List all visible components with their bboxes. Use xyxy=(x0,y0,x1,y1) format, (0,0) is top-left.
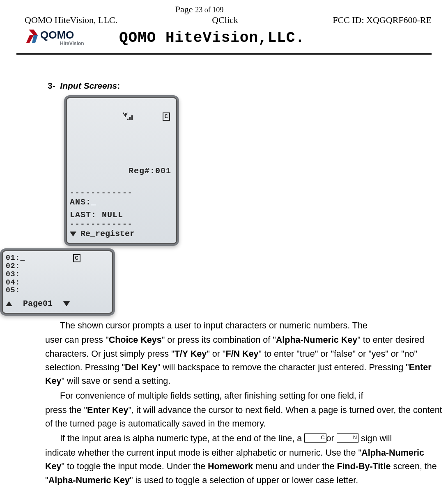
list-item: 02: xyxy=(6,262,109,271)
key-choice-keys: Choice Keys xyxy=(109,335,162,345)
mode-indicator-c-icon: C xyxy=(163,112,170,121)
key-fn: F/N Key xyxy=(226,349,259,359)
key-del: Del Key xyxy=(125,362,157,372)
lcd-reg-text: Reg#:001 xyxy=(129,166,171,176)
svg-text:HiteVision: HiteVision xyxy=(60,41,84,46)
header-row: QOMO HiteVision, LLC. QClick FCC ID: XQG… xyxy=(0,15,448,25)
paragraph-1-cont: user can press "Choice Keys" or press it… xyxy=(45,333,444,388)
key-alpha-numeric: Alpha-Numeric Key xyxy=(48,475,130,485)
paragraph-2-cont: press the "Enter Key", it will advance t… xyxy=(45,404,444,431)
header-product: QClick xyxy=(212,15,238,25)
lcd-divider-1: ------------ xyxy=(70,191,173,195)
signal-icon xyxy=(123,114,133,120)
lcd-list: 01:_ 02: 03: 04: 05: xyxy=(6,254,109,295)
list-item: 03: xyxy=(6,271,109,279)
page-number: Page 23 of 109 xyxy=(0,4,448,15)
up-arrow-icon xyxy=(6,301,12,306)
body-text: The shown cursor prompts a user to input… xyxy=(45,319,444,487)
lcd-reg-line: Reg#:001 xyxy=(70,101,173,190)
paragraph-3: If the input area is alpha numeric type,… xyxy=(45,432,444,445)
qomo-logo-icon: QOMO HiteVision xyxy=(25,26,107,49)
lcd-reregister-label: Re_register xyxy=(80,227,135,240)
lcd-bottom-row: Re_register xyxy=(70,227,173,240)
document-page: Page 23 of 109 QOMO HiteVision, LLC. QCl… xyxy=(0,0,448,500)
page-current: 23 xyxy=(195,6,202,14)
mode-indicator-c-icon: C xyxy=(73,254,80,262)
key-enter: Enter Key xyxy=(87,405,128,415)
menu-homework: Homework xyxy=(208,461,253,471)
svg-text:QOMO: QOMO xyxy=(40,29,74,41)
mode-n-icon: N xyxy=(337,433,358,443)
section-number: 3- xyxy=(48,81,55,90)
down-arrow-icon xyxy=(70,232,76,236)
key-ty: T/Y Key xyxy=(175,349,207,359)
page-total: 109 xyxy=(212,6,223,14)
section-colon: : xyxy=(117,81,120,90)
section-heading: 3- Input Screens: xyxy=(48,79,444,93)
list-item: 05: xyxy=(6,287,109,295)
lcd-ans-line: ANS:_ xyxy=(70,196,173,209)
company-title: QOMO HiteVision,LLC. xyxy=(119,30,305,46)
key-alpha-numeric: Alpha-Numeric Key xyxy=(276,335,357,345)
paragraph-3-cont: indicate whether the current input mode … xyxy=(45,446,444,487)
section-title: Input Screens xyxy=(60,81,117,90)
lcd-page-label: Page01 xyxy=(23,297,53,310)
header-fcc-id: FCC ID: XQGQRF600-RE xyxy=(333,15,432,25)
page-label: Page xyxy=(175,4,195,14)
lcd-screen-list: C 01:_ 02: 03: 04: 05: Page01 xyxy=(0,248,115,316)
content-area: 3- Input Screens: Reg#:001 ------------ … xyxy=(0,55,448,487)
paragraph-1: The shown cursor prompts a user to input… xyxy=(45,319,444,333)
list-item: 01:_ xyxy=(6,254,109,262)
mode-c-icon: C xyxy=(304,433,326,443)
down-arrow-icon xyxy=(63,301,70,306)
lcd-screen-registration: Reg#:001 ------------ ANS:_ C LAST: NULL… xyxy=(64,95,179,246)
paragraph-2: For convenience of multiple fields setti… xyxy=(45,389,444,403)
list-item: 04: xyxy=(6,279,109,287)
lcd-last-line: LAST: NULL xyxy=(70,209,173,221)
page-of: of xyxy=(202,6,212,14)
header-company: QOMO HiteVision, LLC. xyxy=(25,15,117,25)
screen-find-by-title: Find-By-Title xyxy=(337,461,391,471)
logo-row: QOMO HiteVision QOMO HiteVision,LLC. xyxy=(0,25,448,51)
svg-marker-0 xyxy=(29,30,38,35)
lcd-page-row: Page01 xyxy=(6,297,109,310)
lcd-divider-2: ------------ xyxy=(70,222,173,227)
device-screens: Reg#:001 ------------ ANS:_ C LAST: NULL… xyxy=(0,95,444,316)
